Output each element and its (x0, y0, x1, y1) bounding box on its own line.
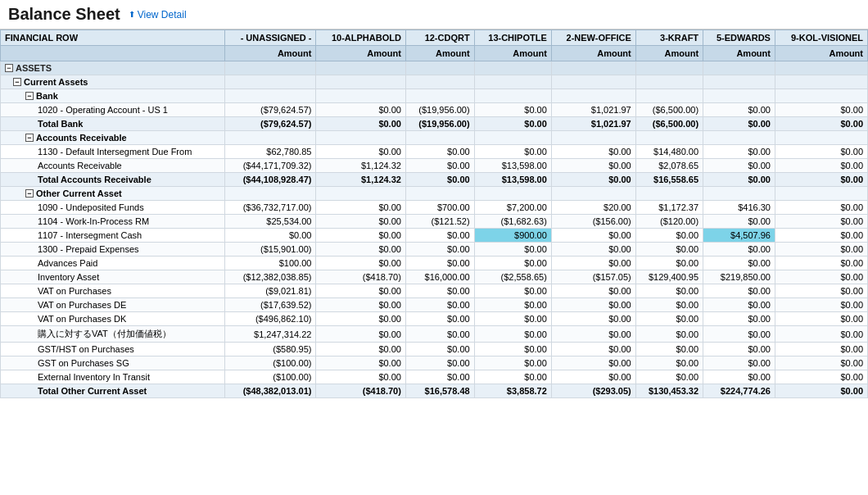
table-row: Total Other Current Asset($48,382,013.01… (1, 384, 868, 398)
row-label: VAT on Purchases DK (1, 312, 225, 326)
row-value: $0.00 (405, 159, 474, 173)
row-value: $0.00 (635, 312, 703, 326)
row-value: ($19,956.00) (405, 117, 474, 131)
row-value: ($19,956.00) (405, 103, 474, 117)
row-label: 1090 - Undeposited Funds (1, 201, 225, 215)
amount-chipotle: Amount (474, 46, 551, 61)
table-row: Inventory Asset($12,382,038.85)($418.70)… (1, 270, 868, 284)
table-row: −Bank (1, 89, 868, 103)
row-value (635, 131, 703, 145)
row-value: ($6,500.00) (635, 117, 703, 131)
row-value: $0.00 (316, 284, 405, 298)
page-title: Balance Sheet (8, 5, 120, 24)
row-value: ($1,682.63) (474, 215, 551, 229)
row-value (703, 89, 775, 103)
row-value (474, 61, 551, 75)
row-value: ($48,382,013.01) (224, 384, 316, 398)
row-value: ($2,558.65) (474, 270, 551, 284)
balance-sheet-table: FINANCIAL ROW - UNASSIGNED - 10-ALPHABOL… (0, 30, 868, 398)
row-value: $7,200.00 (474, 201, 551, 215)
row-value: $0.00 (635, 243, 703, 257)
row-value (551, 89, 635, 103)
col-cdqrt: 12-CDQRT (405, 30, 474, 46)
row-value: $0.00 (775, 159, 867, 173)
column-header-row: FINANCIAL ROW - UNASSIGNED - 10-ALPHABOL… (1, 30, 868, 46)
row-value: $0.00 (474, 117, 551, 131)
row-value (316, 131, 405, 145)
table-row: 1090 - Undeposited Funds($36,732,717.00)… (1, 201, 868, 215)
row-label: Total Bank (1, 117, 225, 131)
row-value (224, 89, 316, 103)
row-label: Accounts Receivable (1, 159, 225, 173)
row-value: $0.00 (703, 298, 775, 312)
row-label: Total Other Current Asset (1, 384, 225, 398)
row-value: $0.00 (775, 298, 867, 312)
row-value: $1,172.37 (635, 201, 703, 215)
row-value (635, 187, 703, 201)
row-value: $0.00 (635, 343, 703, 356)
row-value (703, 75, 775, 89)
row-value: $0.00 (551, 173, 635, 187)
row-value (405, 187, 474, 201)
row-value: $0.00 (703, 215, 775, 229)
row-value (635, 61, 703, 75)
expand-icon[interactable]: − (13, 78, 21, 86)
row-value (635, 75, 703, 89)
row-value (703, 61, 775, 75)
row-value: $900.00 (474, 229, 551, 243)
row-value: ($157.05) (551, 270, 635, 284)
amount-header-row: Amount Amount Amount Amount Amount Amoun… (1, 46, 868, 61)
row-label: 1020 - Operating Account - US 1 (1, 103, 225, 117)
row-value (405, 89, 474, 103)
expand-icon[interactable]: − (5, 64, 13, 72)
row-value: $1,124.32 (316, 159, 405, 173)
row-value (703, 131, 775, 145)
row-value: $0.00 (635, 257, 703, 270)
row-value: $0.00 (775, 370, 867, 384)
row-value: $0.00 (703, 284, 775, 298)
row-label: −Bank (1, 89, 225, 103)
row-value: $16,578.48 (405, 384, 474, 398)
row-value: ($293.05) (551, 384, 635, 398)
row-value: ($418.70) (316, 270, 405, 284)
row-value: $0.00 (703, 326, 775, 343)
expand-icon[interactable]: − (25, 134, 34, 142)
row-value (551, 61, 635, 75)
row-value: $100.00 (224, 257, 316, 270)
expand-icon[interactable]: − (25, 92, 34, 100)
row-value: $0.00 (474, 103, 551, 117)
row-value: $0.00 (635, 284, 703, 298)
row-value: $13,598.00 (474, 173, 551, 187)
row-value: $129,400.95 (635, 270, 703, 284)
row-value: $0.00 (703, 312, 775, 326)
row-value: $0.00 (635, 298, 703, 312)
row-value: $0.00 (316, 103, 405, 117)
row-value: $0.00 (775, 201, 867, 215)
row-value: $0.00 (316, 243, 405, 257)
row-value: $1,021.97 (551, 103, 635, 117)
row-value (224, 61, 316, 75)
row-value: $0.00 (635, 356, 703, 370)
row-value: $0.00 (703, 159, 775, 173)
row-value: $0.00 (551, 284, 635, 298)
row-value: $0.00 (474, 298, 551, 312)
row-value: $0.00 (775, 229, 867, 243)
row-value: $0.00 (551, 326, 635, 343)
table-row: Advances Paid$100.00$0.00$0.00$0.00$0.00… (1, 257, 868, 270)
row-label: −Accounts Receivable (1, 131, 225, 145)
row-label: GST/HST on Purchases (1, 343, 225, 356)
row-value: $0.00 (405, 229, 474, 243)
expand-icon[interactable]: − (25, 189, 34, 198)
row-value: $16,558.65 (635, 173, 703, 187)
view-detail-link[interactable]: View Detail (129, 9, 187, 20)
row-value (316, 187, 405, 201)
row-value: $0.00 (635, 326, 703, 343)
row-value: $0.00 (405, 370, 474, 384)
row-value (316, 75, 405, 89)
row-value: ($12,382,038.85) (224, 270, 316, 284)
row-value (775, 89, 867, 103)
row-value (775, 187, 867, 201)
row-value: $0.00 (224, 229, 316, 243)
row-value: $0.00 (703, 370, 775, 384)
row-value: $0.00 (775, 312, 867, 326)
